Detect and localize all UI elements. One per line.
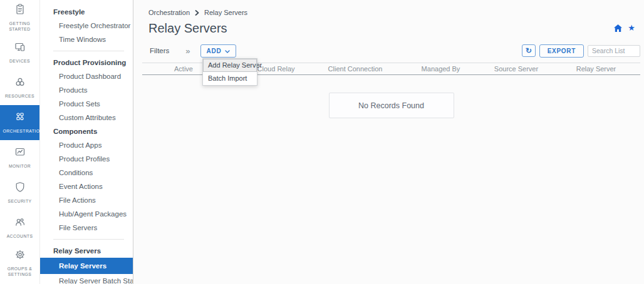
refresh-icon: ↻ bbox=[526, 46, 532, 55]
sidebar-item-custom-attributes[interactable]: Custom Attributes bbox=[40, 111, 133, 124]
breadcrumb: Orchestration Relay Servers bbox=[142, 0, 640, 16]
rail-item-groups-settings[interactable]: GROUPS & SETTINGS bbox=[0, 245, 39, 280]
export-button[interactable]: EXPORT bbox=[539, 44, 584, 58]
clipboard-icon bbox=[14, 3, 26, 18]
sidebar-item-product-dashboard[interactable]: Product Dashboard bbox=[40, 69, 133, 83]
chevron-down-icon bbox=[225, 48, 230, 54]
page-favorites: ★ bbox=[614, 24, 635, 32]
sidebar-item-time-windows[interactable]: Time Windows bbox=[40, 33, 133, 46]
add-dropdown-menu: Add Relay Server Batch Import bbox=[202, 58, 257, 86]
sidebar-section-product-provisioning: Product Provisioning bbox=[40, 56, 133, 69]
rail-label: ORCHESTRATION bbox=[3, 128, 37, 134]
sidebar-item-event-actions[interactable]: Event Actions bbox=[40, 180, 133, 193]
menu-item-add-relay-server[interactable]: Add Relay Server bbox=[203, 59, 257, 72]
sidebar-item-product-apps[interactable]: Product Apps bbox=[40, 138, 133, 152]
sidebar-section-components: Components bbox=[40, 124, 133, 138]
sidebar-divider bbox=[53, 239, 124, 240]
rail-item-orchestration[interactable]: ORCHESTRATION bbox=[0, 105, 39, 140]
star-icon[interactable]: ★ bbox=[628, 24, 635, 32]
monitor-icon bbox=[14, 146, 26, 161]
column-header-managed-by[interactable]: Managed By bbox=[401, 65, 480, 73]
search-input[interactable] bbox=[588, 45, 640, 57]
sidebar-item-product-profiles[interactable]: Product Profiles bbox=[40, 152, 133, 166]
shield-icon bbox=[14, 181, 26, 196]
sidebar-item-products[interactable]: Products bbox=[40, 83, 133, 97]
rail-label: ACCOUNTS bbox=[3, 233, 37, 239]
no-records-box: No Records Found bbox=[329, 93, 454, 118]
list-toolbar: Filters » ADD ↻ EXPORT bbox=[142, 44, 640, 58]
home-icon[interactable] bbox=[614, 24, 622, 32]
sidebar-section-freestyle: Freestyle bbox=[40, 5, 133, 19]
add-button-label: ADD bbox=[207, 48, 222, 54]
sidebar-item-file-actions[interactable]: File Actions bbox=[40, 193, 133, 207]
sidebar-item-relay-servers[interactable]: Relay Servers bbox=[40, 258, 133, 274]
chevron-right-icon bbox=[195, 10, 199, 16]
rail-item-monitor[interactable]: MONITOR bbox=[0, 140, 39, 175]
menu-item-batch-import[interactable]: Batch Import bbox=[203, 72, 257, 85]
sidebar-item-product-sets[interactable]: Product Sets bbox=[40, 97, 133, 111]
sidebar-item-conditions[interactable]: Conditions bbox=[40, 166, 133, 180]
rail-label: RESOURCES bbox=[3, 93, 37, 99]
sidebar-section-relay-servers: Relay Servers bbox=[40, 244, 133, 258]
rail-item-resources[interactable]: RESOURCES bbox=[0, 70, 39, 105]
filters-label: Filters bbox=[150, 47, 169, 54]
sidebar-item-file-servers[interactable]: File Servers bbox=[40, 221, 133, 235]
gear-icon bbox=[14, 248, 26, 263]
sidebar-divider bbox=[53, 51, 124, 51]
rail-label: GETTING STARTED bbox=[3, 21, 37, 32]
filters-expand-icon[interactable]: » bbox=[185, 47, 190, 55]
toolbar-right-tools: ↻ EXPORT bbox=[522, 44, 640, 58]
rail-label: SECURITY bbox=[3, 198, 37, 204]
people-icon bbox=[14, 216, 26, 231]
column-header-client-connection[interactable]: Client Connection bbox=[309, 65, 401, 73]
refresh-button[interactable]: ↻ bbox=[522, 44, 536, 57]
primary-nav-rail: GETTING STARTED DEVICES RESOURCES bbox=[0, 0, 40, 284]
orchestration-sidebar: Freestyle Freestyle Orchestrator Time Wi… bbox=[40, 0, 133, 284]
rail-item-accounts[interactable]: ACCOUNTS bbox=[0, 210, 39, 245]
devices-icon bbox=[14, 41, 26, 56]
sidebar-item-freestyle-orchestrator[interactable]: Freestyle Orchestrator bbox=[40, 19, 133, 33]
rail-item-devices[interactable]: DEVICES bbox=[0, 35, 39, 70]
empty-message: No Records Found bbox=[358, 101, 424, 110]
sidebar-item-hub-agent-packages[interactable]: Hub/Agent Packages bbox=[40, 207, 133, 221]
rail-label: MONITOR bbox=[3, 163, 37, 169]
column-header-relay-server[interactable]: Relay Server bbox=[552, 65, 640, 73]
breadcrumb-orchestration[interactable]: Orchestration bbox=[148, 9, 190, 16]
rail-label: DEVICES bbox=[3, 58, 37, 64]
orchestration-icon bbox=[14, 111, 26, 126]
rail-label: GROUPS & SETTINGS bbox=[3, 266, 37, 277]
rail-item-getting-started[interactable]: GETTING STARTED bbox=[0, 0, 39, 35]
breadcrumb-relay-servers[interactable]: Relay Servers bbox=[204, 9, 247, 16]
page-title: Relay Servers bbox=[148, 21, 640, 36]
main-content: Orchestration Relay Servers Relay Server… bbox=[133, 0, 644, 284]
sidebar-item-relay-server-batch-status[interactable]: Relay Server Batch Stat... bbox=[40, 274, 133, 284]
resources-icon bbox=[14, 76, 26, 91]
add-button[interactable]: ADD bbox=[200, 44, 237, 58]
column-header-source-server[interactable]: Source Server bbox=[480, 65, 552, 73]
rail-item-security[interactable]: SECURITY bbox=[0, 175, 39, 210]
